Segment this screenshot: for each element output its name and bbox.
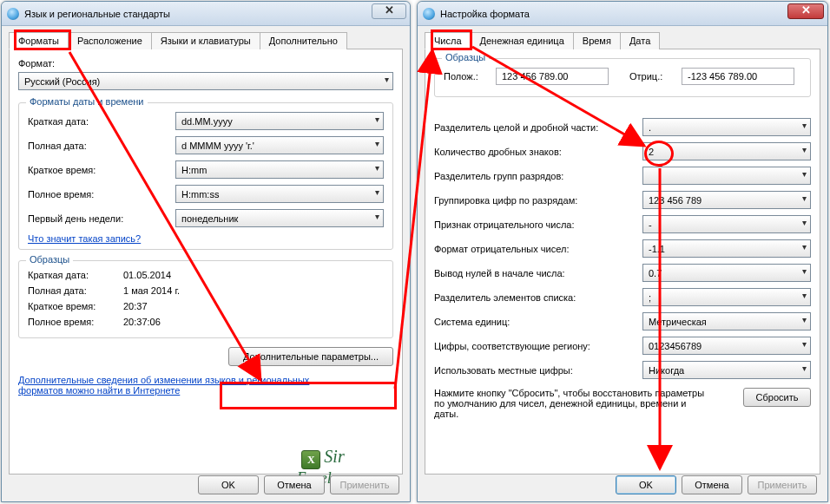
first-day-select[interactable]: понедельник — [175, 209, 384, 227]
samples-group: Образцы Полож.: 123 456 789.00 Отриц.: -… — [434, 58, 811, 97]
sample-short-time-value: 20:37 — [123, 301, 148, 311]
neg-sign-label: Признак отрицательного числа: — [434, 219, 642, 230]
short-date-label: Краткая дата: — [28, 116, 175, 127]
format-value: Русский (Россия) — [24, 76, 100, 87]
tab-content: Образцы Полож.: 123 456 789.00 Отриц.: -… — [425, 49, 820, 475]
native-digits-label: Использовать местные цифры: — [434, 365, 642, 376]
grouping-select[interactable]: 123 456 789 — [642, 191, 811, 209]
list-sep-label: Разделитель элементов списка: — [434, 292, 642, 303]
neg-label: Отриц.: — [629, 71, 673, 82]
sample-long-time-label: Полное время: — [28, 317, 123, 327]
apply-button[interactable]: Применить — [330, 475, 399, 494]
short-time-label: Краткое время: — [28, 165, 175, 175]
tabs: Форматы Расположение Языки и клавиатуры … — [9, 31, 403, 49]
globe-icon — [7, 8, 19, 20]
globe-icon — [423, 8, 435, 20]
tab-langs[interactable]: Языки и клавиатуры — [151, 32, 260, 49]
additional-settings-button[interactable]: Дополнительные параметры... — [228, 347, 393, 366]
group-sep-select[interactable] — [642, 167, 811, 185]
tab-time[interactable]: Время — [573, 32, 621, 49]
customize-dialog: Настройка формата ✕ Числа Денежная едини… — [417, 1, 828, 502]
reset-button[interactable]: Сбросить — [743, 388, 811, 407]
ok-button[interactable]: OK — [616, 475, 676, 494]
group-sep-label: Разделитель групп разрядов: — [434, 171, 642, 181]
decimal-digits-select[interactable]: 2 — [642, 142, 811, 160]
sample-short-time-label: Краткое время: — [28, 301, 123, 311]
notation-link[interactable]: Что значит такая запись? — [28, 233, 141, 244]
apply-button[interactable]: Применить — [748, 475, 817, 494]
sample-long-date-label: Полная дата: — [28, 285, 123, 296]
decimal-digits-label: Количество дробных знаков: — [434, 147, 642, 157]
tab-location[interactable]: Расположение — [68, 32, 152, 49]
dialog-buttons: OK Отмена Применить — [198, 475, 399, 494]
tab-formats[interactable]: Форматы — [9, 32, 69, 49]
neg-format-label: Формат отрицательных чисел: — [434, 244, 642, 254]
leading-zero-select[interactable]: 0.7 — [642, 264, 811, 282]
close-button[interactable]: ✕ — [372, 3, 406, 19]
more-info-link[interactable]: Дополнительные сведения об изменении язы… — [18, 375, 309, 396]
titlebar[interactable]: Язык и региональные стандарты ✕ — [2, 2, 410, 26]
cancel-button[interactable]: Отмена — [682, 475, 742, 494]
region-dialog: Язык и региональные стандарты ✕ Форматы … — [1, 1, 411, 502]
close-button[interactable]: ✕ — [787, 3, 824, 19]
long-time-label: Полное время: — [28, 189, 175, 200]
list-sep-select[interactable]: ; — [642, 288, 811, 306]
neg-sign-select[interactable]: - — [642, 215, 811, 233]
cancel-button[interactable]: Отмена — [264, 475, 325, 494]
window-title: Язык и региональные стандарты — [24, 9, 170, 19]
tab-currency[interactable]: Денежная единица — [471, 32, 574, 49]
datetime-group: Форматы даты и времени Краткая дата: dd.… — [18, 102, 393, 250]
measure-select[interactable]: Метрическая — [642, 312, 811, 331]
neg-format-select[interactable]: -1.1 — [642, 239, 811, 258]
tab-advanced[interactable]: Дополнительно — [260, 32, 347, 49]
tab-date[interactable]: Дата — [620, 32, 660, 49]
long-time-select[interactable]: H:mm:ss — [175, 185, 384, 203]
samples-legend: Образцы — [442, 52, 489, 62]
tabs: Числа Денежная единица Время Дата — [425, 31, 820, 49]
short-date-select[interactable]: dd.MM.yyyy — [175, 112, 384, 130]
window-title: Настройка формата — [440, 9, 530, 19]
tab-content: Формат: Русский (Россия) Форматы даты и … — [9, 49, 403, 475]
sample-long-time-value: 20:37:06 — [123, 317, 161, 327]
decimal-sep-select[interactable]: . — [642, 118, 811, 136]
digits-label: Цифры, соответствующие региону: — [434, 341, 642, 351]
sample-short-date-value: 01.05.2014 — [123, 270, 171, 280]
neg-sample: -123 456 789.00 — [682, 68, 794, 85]
measure-label: Система единиц: — [434, 317, 642, 327]
pos-label: Полож.: — [444, 71, 487, 82]
long-date-select[interactable]: d MMMM yyyy 'г.' — [175, 136, 384, 154]
grouping-label: Группировка цифр по разрядам: — [434, 195, 642, 206]
sample-long-date-value: 1 мая 2014 г. — [123, 285, 180, 296]
short-time-select[interactable]: H:mm — [175, 160, 384, 179]
format-select[interactable]: Русский (Россия) — [18, 72, 393, 90]
sample-short-date-label: Краткая дата: — [28, 270, 123, 280]
digits-select[interactable]: 0123456789 — [642, 337, 811, 355]
titlebar[interactable]: Настройка формата ✕ — [418, 2, 827, 26]
long-date-label: Полная дата: — [28, 141, 175, 151]
ok-button[interactable]: OK — [198, 475, 259, 494]
dialog-buttons: OK Отмена Применить — [616, 475, 817, 494]
datetime-legend: Форматы даты и времени — [26, 96, 148, 107]
samples-group: Образцы Краткая дата:01.05.2014 Полная д… — [18, 260, 393, 338]
samples-legend: Образцы — [26, 254, 73, 265]
tab-numbers[interactable]: Числа — [425, 32, 471, 49]
format-label: Формат: — [18, 58, 393, 69]
leading-zero-label: Вывод нулей в начале числа: — [434, 268, 642, 278]
reset-note: Нажмите кнопку "Сбросить", чтобы восстан… — [434, 388, 712, 419]
native-digits-select[interactable]: Никогда — [642, 361, 811, 379]
pos-sample: 123 456 789.00 — [496, 68, 609, 85]
decimal-sep-label: Разделитель целой и дробной части: — [434, 122, 642, 133]
first-day-label: Первый день недели: — [28, 213, 175, 224]
